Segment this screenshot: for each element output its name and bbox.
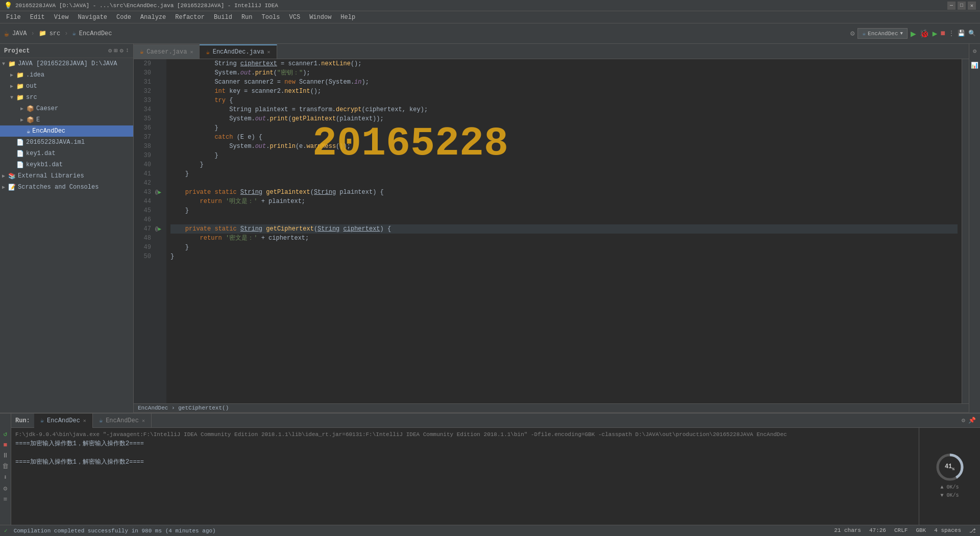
stop-button[interactable]: ■ (940, 29, 945, 38)
menu-edit[interactable]: Edit (26, 13, 49, 22)
tab-caeser-close[interactable]: ✕ (190, 49, 193, 55)
tree-item-key1[interactable]: 📄 key1.dat (0, 148, 133, 159)
bottom-tab-encanddec2[interactable]: ☕ EncAndDec ✕ (93, 414, 152, 428)
title-bar-controls[interactable]: — □ ✕ (947, 2, 976, 10)
status-crlf[interactable]: CRLF (894, 527, 908, 534)
tree-item-keykb1[interactable]: 📄 keykb1.dat (0, 159, 133, 170)
menu-code[interactable]: Code (112, 13, 135, 22)
app-icon: 💡 (4, 2, 12, 10)
ln-38: 38 (137, 142, 151, 151)
separator2: › (64, 30, 68, 37)
run-config-icon: ☕ (862, 30, 866, 37)
tab-encanddec-close[interactable]: ✕ (267, 49, 271, 55)
bottom-settings-icon[interactable]: ⚙ (962, 417, 965, 424)
right-toolbar-btn2[interactable]: 📊 (970, 60, 980, 70)
ln-33: 33 (137, 96, 151, 105)
out-label: out (26, 83, 37, 90)
run-button[interactable]: ▶ (911, 28, 916, 39)
code-line-44: return '明文是：' + plaintext; (170, 197, 958, 206)
tab-encanddec-icon: ☕ (206, 48, 209, 56)
git-icon: ⎇ (969, 527, 976, 534)
run-config-dropdown[interactable]: ☕ EncAndDec ▼ (857, 28, 907, 39)
scrollbar-right[interactable] (962, 59, 969, 403)
tree-item-iml[interactable]: 📄 20165228JAVA.iml (0, 137, 133, 148)
extlibs-label: External Libraries (18, 172, 84, 180)
tree-item-caeser[interactable]: ▶ 📦 Caeser (0, 103, 133, 114)
coverage-button[interactable]: ▶ (933, 29, 938, 39)
tree-item-scratches[interactable]: ▶ 📝 Scratches and Consoles (0, 182, 133, 193)
toolbar-more-icon[interactable]: ⋮ (948, 30, 954, 37)
bottom-tab-icon1: ☕ (40, 417, 44, 424)
right-toolbar-btn1[interactable]: ⚙ (970, 46, 980, 56)
editor-content[interactable]: 20165228 29 30 31 32 33 34 35 36 37 38 3… (134, 59, 969, 403)
code-line-45: } (170, 206, 958, 215)
bottom-tab-icons: ⚙ 📌 (958, 417, 980, 424)
bottom-tab-encanddec1[interactable]: ☕ EncAndDec ✕ (34, 414, 93, 428)
tab-bar: ☕ Caeser.java ✕ ☕ EncAndDec.java ✕ (134, 44, 969, 59)
bottom-left-side-icons (0, 414, 11, 428)
clear-console-icon[interactable]: 🗑 (2, 463, 9, 470)
toolbar-settings-icon[interactable]: ⚙ (850, 29, 854, 38)
close-button[interactable]: ✕ (968, 2, 976, 10)
menu-vcs[interactable]: VCS (285, 13, 305, 22)
ln-39: 39 (137, 151, 151, 160)
console-text[interactable]: F:\jdk-9.0.4\bin\java.exe "-javaagent:F:… (11, 428, 919, 525)
search-everywhere-icon[interactable]: 🔍 (968, 30, 976, 37)
tree-item-src[interactable]: ▼ 📁 src (0, 92, 133, 103)
title-bar-left: 💡 20165228JAVA [D:\JAVA] - ...\src\EncAn… (4, 2, 278, 10)
pause-icon[interactable]: ⏸ (2, 452, 9, 460)
tree-item-project[interactable]: ▼ 📁 JAVA [20165228JAVA] D:\JAVA (0, 58, 133, 69)
code-area[interactable]: String ciphertext = scanner1.nextLine();… (166, 59, 962, 403)
rerun-icon[interactable]: ↺ (4, 430, 8, 438)
menu-tools[interactable]: Tools (258, 13, 284, 22)
scratches-label: Scratches and Consoles (18, 184, 99, 191)
menu-view[interactable]: View (50, 13, 73, 22)
gutter-run-icon-47[interactable]: ▶ (158, 226, 161, 232)
java-icon: ☕ (4, 29, 9, 39)
tab-encanddec[interactable]: ☕ EncAndDec.java ✕ (200, 44, 277, 59)
status-encoding[interactable]: GBK (916, 527, 926, 534)
bottom-pin-icon[interactable]: 📌 (968, 417, 976, 424)
fold-icon[interactable]: ≡ (4, 496, 8, 503)
menu-refactor[interactable]: Refactor (171, 13, 209, 22)
sidebar-sort-icon[interactable]: ↕ (126, 47, 129, 55)
menu-window[interactable]: Window (305, 13, 335, 22)
dropdown-arrow-icon: ▼ (900, 31, 903, 36)
tab-caeser[interactable]: ☕ Caeser.java ✕ (134, 44, 200, 59)
settings-console-icon[interactable]: ⚙ (4, 484, 8, 493)
tree-item-external-libs[interactable]: ▶ 📚 External Libraries (0, 170, 133, 182)
code-line-36: } (170, 123, 958, 133)
menu-analyze[interactable]: Analyze (136, 13, 170, 22)
status-line-col[interactable]: 47:26 (869, 527, 886, 534)
breadcrumb-class[interactable]: EncAndDec (138, 405, 168, 411)
tree-item-e[interactable]: ▶ 📦 E (0, 114, 133, 125)
bottom-tab-close2[interactable]: ✕ (142, 418, 145, 424)
maximize-button[interactable]: □ (958, 2, 966, 10)
menu-build[interactable]: Build (210, 13, 236, 22)
code-line-39: } (170, 151, 958, 160)
gutter-run-icon-43[interactable]: ▶ (158, 189, 161, 195)
ln-45: 45 (137, 206, 151, 215)
tree-item-encAndDec[interactable]: ☕ EncAndDec (0, 125, 133, 137)
stop-console-icon[interactable]: ■ (4, 441, 8, 449)
tree-item-idea[interactable]: ▶ 📁 .idea (0, 69, 133, 81)
project-java-label: JAVA (12, 30, 27, 37)
menu-navigate[interactable]: Navigate (74, 13, 111, 22)
scroll-down-icon[interactable]: ⬇ (4, 473, 8, 481)
minimize-button[interactable]: — (947, 2, 955, 10)
console-line-3 (15, 448, 915, 457)
breadcrumb-method[interactable]: getCiphertext() (178, 405, 229, 411)
menu-help[interactable]: Help (336, 13, 359, 22)
status-chars[interactable]: 21 chars (834, 527, 861, 534)
menu-run[interactable]: Run (237, 13, 257, 22)
save-all-icon[interactable]: 💾 (958, 30, 965, 37)
tree-item-out[interactable]: ▶ 📁 out (0, 81, 133, 92)
sidebar-layout-icon[interactable]: ⊞ (114, 47, 117, 55)
debug-button[interactable]: 🐞 (919, 29, 929, 39)
menu-file[interactable]: File (2, 13, 25, 22)
project-folder-icon: 📁 (8, 60, 16, 68)
sidebar-settings-icon[interactable]: ⚙ (108, 47, 112, 55)
sidebar-gear2-icon[interactable]: ⚙ (120, 47, 124, 55)
bottom-tab-close1[interactable]: ✕ (83, 418, 86, 424)
gutter-annotation-43: @ ▶ (154, 188, 166, 197)
